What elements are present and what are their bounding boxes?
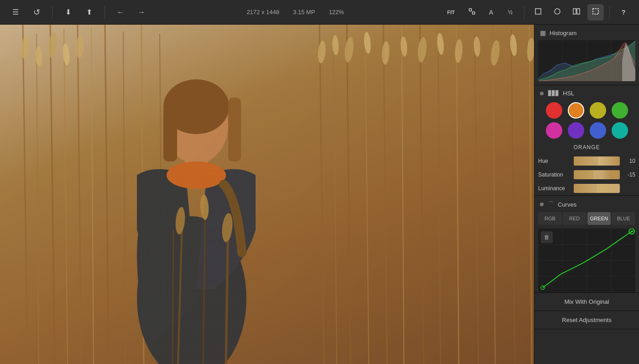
tab-red[interactable]: RED [563,212,587,225]
tab-rgb[interactable]: RGB [538,212,562,225]
swatch-teal[interactable] [612,122,628,139]
redo-button[interactable]: → [133,4,150,21]
saturation-slider[interactable] [574,170,620,179]
curves-title: Curves [558,201,576,208]
luminance-label: Luminance [538,185,571,192]
rotate-icon: ↺ [33,7,40,17]
hue-slider[interactable] [574,156,620,166]
hsl-bars-icon: ▊▊▊ [548,90,559,96]
curves-collapse-indicator[interactable] [540,203,544,206]
histogram-header: ▦ Histogram [534,25,639,40]
reset-adjustments-button[interactable]: Reset Adjustments [534,311,639,329]
text-button[interactable]: A [483,4,499,21]
curves-icon: ⌒ [548,200,554,208]
tab-green[interactable]: GREEN [587,212,611,225]
image-area[interactable] [0,25,534,364]
toolbar-right: FIT A ½ [441,4,632,21]
download-button[interactable]: ⬇ [60,4,76,21]
toolbar: ☰ ↺ ⬇ ⬆ ← → 2172 x 1448 3.15 MP 122% FIT [0,0,639,25]
compare-icon: ½ [508,9,513,16]
swatch-magenta[interactable] [546,122,562,139]
saturation-slider-row: Saturation -15 [534,168,639,182]
image-zoom: 122% [329,9,344,16]
histogram-svg [538,40,635,81]
tab-blue[interactable]: BLUE [612,212,635,225]
histogram-title: Histogram [550,30,576,36]
ellipse-icon [554,8,561,17]
fit-label: FIT [447,10,455,15]
histogram-icon: ▦ [540,29,546,36]
svg-point-3 [555,9,560,14]
panels-button[interactable] [568,4,585,21]
swatch-red[interactable] [546,102,562,119]
photo-container [0,25,534,364]
toolbar-divider-3 [524,6,524,19]
color-swatches [534,100,639,142]
hsl-title: HSL [563,90,574,97]
menu-button[interactable]: ☰ [7,4,24,21]
help-icon: ? [622,9,626,16]
swatch-row-1 [546,102,628,119]
image-megapixels: 3.15 MP [293,9,315,16]
image-dimensions: 2172 x 1448 [246,9,279,16]
svg-point-80 [631,230,633,232]
toolbar-divider-4 [609,6,610,19]
hsl-section: ▊▊▊ HSL ORANGE H [534,85,639,195]
help-button[interactable]: ? [615,4,632,21]
menu-icon: ☰ [12,8,19,16]
compare-button[interactable]: ½ [502,4,519,21]
upload-button[interactable]: ⬆ [81,4,97,21]
svg-rect-0 [469,9,471,11]
curves-section: ⌒ Curves RGB RED GREEN BLUE [534,195,639,292]
toolbar-center: 2172 x 1448 3.15 MP 122% [150,9,441,16]
swatch-row-2 [546,122,628,139]
trash-icon: 🗑 [544,234,550,240]
toolbar-divider-1 [52,6,52,19]
fit-button[interactable]: FIT [441,4,461,21]
histogram-area [538,40,635,81]
text-icon: A [489,9,493,16]
swatch-orange[interactable] [568,102,584,119]
undo-icon: ← [117,8,124,16]
hsl-header: ▊▊▊ HSL [534,85,639,100]
redo-icon: → [138,8,145,16]
hue-label: Hue [538,158,571,164]
svg-rect-6 [593,9,598,14]
luminance-slider-row: Luminance [534,182,639,195]
swatch-purple[interactable] [568,122,584,139]
fullscreen-icon [468,8,476,17]
fullscreen-button[interactable] [464,4,480,21]
saturation-value: -15 [623,172,635,178]
upload-icon: ⬆ [86,8,92,16]
panels-icon [573,8,580,17]
luminance-slider[interactable] [574,184,620,193]
curves-header: ⌒ Curves [534,196,639,212]
swatch-blue[interactable] [590,122,606,139]
saturation-label: Saturation [538,172,571,178]
toolbar-divider-2 [105,6,105,19]
bottom-section: Mix With Original Reset Adjustments [534,292,639,329]
toolbar-left: ☰ ↺ ⬇ ⬆ ← → [7,4,150,21]
ellipse-button[interactable] [549,4,566,21]
svg-rect-2 [535,9,541,14]
mix-with-original-button[interactable]: Mix With Original [534,293,639,311]
hue-slider-row: Hue 10 [534,154,639,168]
undo-button[interactable]: ← [112,4,129,21]
swatch-yellow[interactable] [590,102,606,119]
select-button[interactable] [587,4,604,21]
main-area: ▦ Histogram [0,25,639,364]
download-icon: ⬇ [65,8,71,16]
svg-rect-1 [472,12,475,14]
hsl-collapse-indicator[interactable] [540,92,544,95]
curves-area[interactable]: 🗑 [538,229,635,292]
selected-color-label: ORANGE [534,142,639,154]
svg-rect-5 [577,9,580,14]
crop-button[interactable] [530,4,546,21]
delete-curve-button[interactable]: 🗑 [541,231,553,243]
right-panel: ▦ Histogram [534,25,639,364]
swatch-green[interactable] [612,102,628,119]
crop-icon [534,8,542,17]
curves-tabs: RGB RED GREEN BLUE [534,212,639,229]
hue-value: 10 [623,158,635,164]
rotate-button[interactable]: ↺ [28,4,45,21]
